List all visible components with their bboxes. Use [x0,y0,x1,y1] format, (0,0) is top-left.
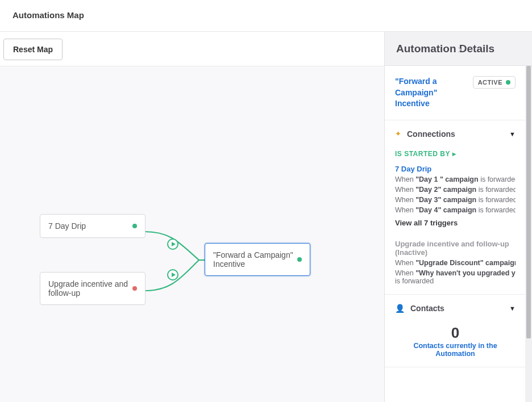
chevron-down-icon: ▼ [509,305,516,312]
contacts-icon: 👤 [395,304,405,313]
page-title: Automations Map [13,10,519,20]
connections-header[interactable]: ✦ Connections ▼ [395,129,516,139]
status-badge: ACTIVE [473,76,516,89]
trigger-group: 7 Day Drip When "Day 1 " campaign is for… [395,165,516,227]
node-upgrade-incentive[interactable]: Upgrade incentive and follow-up [40,272,146,305]
contacts-section: 👤 Contacts ▼ 0 Contacts currently in the… [385,295,526,367]
page-header: Automations Map [0,0,532,32]
contacts-header[interactable]: 👤 Contacts ▼ [395,304,516,313]
node-label: Upgrade incentive and follow-up [48,279,132,298]
chevron-down-icon: ▼ [509,131,516,137]
trigger-line: When "Why haven't you upgraded yet?" c [395,269,516,277]
node-7-day-drip[interactable]: 7 Day Drip [40,214,146,238]
details-sidebar: Automation Details › "Forward a Campaign… [384,32,532,402]
view-all-triggers-link[interactable]: View all 7 triggers [395,219,516,227]
collapse-icon[interactable]: › [458,42,462,57]
trigger-line: When "Upgrade Discount" campaign is forw… [395,259,516,267]
contacts-in-automation-link[interactable]: Contacts currently in the Automation [395,342,516,358]
status-dot-active-icon [506,80,510,85]
node-label: 7 Day Drip [48,221,86,231]
contacts-count: 0 [395,324,516,342]
status-label: ACTIVE [478,79,502,86]
scrollbar-thumb[interactable] [526,66,531,338]
trigger-group: Upgrade incentive and follow-up (Inactiv… [395,240,516,285]
trigger-line: When "Day 4" campaign is forwarded [395,206,516,214]
reset-map-button[interactable]: Reset Map [3,39,63,60]
trigger-line: When "Day 1 " campaign is forwarded [395,175,516,183]
section-title: Contacts [410,304,444,313]
status-dot-inactive-icon [132,286,137,291]
node-label: "Forward a Campaign" Incentive [213,250,297,269]
automation-name[interactable]: "Forward a Campaign" Incentive [395,76,467,110]
automation-title-row: "Forward a Campaign" Incentive ACTIVE [385,66,526,120]
trigger-line: When "Day 3" campaign is forwarded [395,196,516,204]
trigger-source-inactive[interactable]: Upgrade incentive and follow-up (Inactiv… [395,240,516,257]
section-title: Connections [407,129,455,139]
scrollbar[interactable] [525,66,532,402]
automation-canvas[interactable]: 7 Day Drip Upgrade incentive and follow-… [0,66,384,402]
status-dot-active-icon [297,257,302,262]
sidebar-title: Automation Details [396,43,494,55]
node-forward-campaign-incentive[interactable]: "Forward a Campaign" Incentive [205,243,310,276]
sidebar-header: Automation Details › [385,32,532,66]
trigger-source-link[interactable]: 7 Day Drip [395,165,516,173]
trigger-line: When "Day 2" campaign is forwarded [395,186,516,194]
trigger-line: is forwarded [395,277,516,285]
started-by-label: IS STARTED BY ▸ [395,150,516,158]
connections-section: ✦ Connections ▼ IS STARTED BY ▸ 7 Day Dr… [385,120,526,295]
status-dot-active-icon [132,224,137,228]
connections-icon: ✦ [395,129,401,138]
